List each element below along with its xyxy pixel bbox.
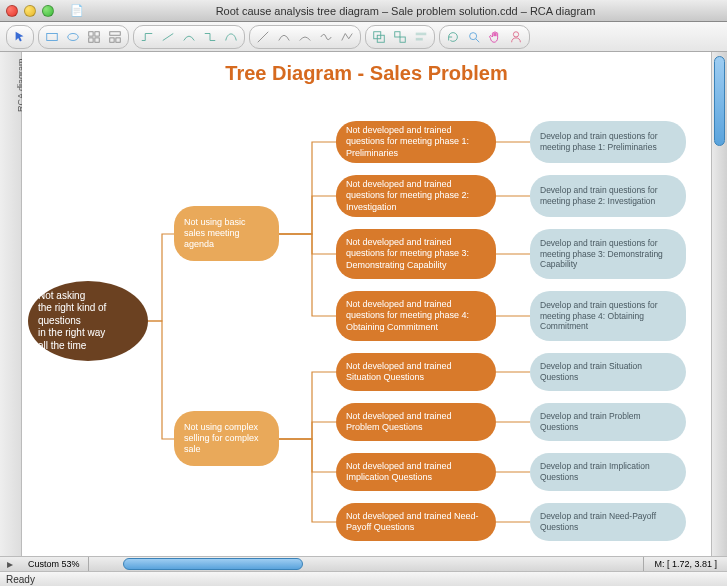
pointer-tool-icon[interactable] [11, 28, 29, 46]
svg-rect-5 [95, 37, 99, 41]
horizontal-scrollbar[interactable] [93, 558, 640, 570]
level4-node[interactable]: Develop and train Implication Questions [530, 453, 686, 491]
level3-node[interactable]: Not developed and trained Implication Qu… [336, 453, 496, 491]
cursor-coordinates: M: [ 1.72, 3.81 ] [643, 557, 727, 571]
svg-point-15 [470, 32, 477, 39]
level3-node[interactable]: Not developed and trained Need-Payoff Qu… [336, 503, 496, 541]
search-icon[interactable] [465, 28, 483, 46]
level3-node[interactable]: Not developed and trained Situation Ques… [336, 353, 496, 391]
level3-node[interactable]: Not developed and trained questions for … [336, 175, 496, 217]
level3-node[interactable]: Not developed and trained questions for … [336, 121, 496, 163]
svg-rect-12 [400, 37, 405, 42]
level4-node[interactable]: Develop and train Situation Questions [530, 353, 686, 391]
level4-node[interactable]: Develop and train Need-Payoff Questions [530, 503, 686, 541]
window-controls [6, 5, 54, 17]
svg-rect-4 [89, 37, 93, 41]
close-button[interactable] [6, 5, 18, 17]
svg-point-16 [513, 31, 518, 36]
level2-node[interactable]: Not using complex selling for complex sa… [174, 411, 279, 466]
scroll-thumb[interactable] [714, 56, 725, 146]
toolbar [0, 22, 727, 52]
connector-5-icon[interactable] [222, 28, 240, 46]
zoom-button[interactable] [42, 5, 54, 17]
minimize-button[interactable] [24, 5, 36, 17]
svg-rect-14 [416, 37, 423, 40]
level3-node[interactable]: Not developed and trained Problem Questi… [336, 403, 496, 441]
left-panel-tab[interactable]: RCA diagram [0, 52, 22, 556]
level4-node[interactable]: Develop and train Problem Questions [530, 403, 686, 441]
canvas[interactable]: Tree Diagram - Sales Problem Not asking … [22, 52, 711, 556]
arc-tool-icon[interactable] [296, 28, 314, 46]
ellipse-tool-icon[interactable] [64, 28, 82, 46]
align-icon[interactable] [412, 28, 430, 46]
level3-node[interactable]: Not developed and trained questions for … [336, 291, 496, 341]
svg-rect-2 [89, 31, 93, 35]
connector-2-icon[interactable] [159, 28, 177, 46]
svg-rect-6 [110, 31, 121, 35]
svg-rect-3 [95, 31, 99, 35]
svg-point-1 [68, 33, 79, 40]
page-title: Tree Diagram - Sales Problem [22, 52, 711, 91]
curve-tool-icon[interactable] [275, 28, 293, 46]
window-title: Root cause analysis tree diagram – Sale … [90, 5, 721, 17]
grid-tool-icon[interactable] [85, 28, 103, 46]
connector-4-icon[interactable] [201, 28, 219, 46]
bottom-bar: ▸ Custom 53% M: [ 1.72, 3.81 ] [0, 556, 727, 571]
level4-node[interactable]: Develop and train questions for meeting … [530, 229, 686, 279]
connector-3-icon[interactable] [180, 28, 198, 46]
svg-rect-7 [110, 37, 114, 41]
scroll-thumb[interactable] [123, 558, 303, 570]
level4-node[interactable]: Develop and train questions for meeting … [530, 291, 686, 341]
connector-1-icon[interactable] [138, 28, 156, 46]
hand-tool-icon[interactable] [486, 28, 504, 46]
tree-diagram: Not asking the right kind of questions i… [22, 91, 711, 571]
ungroup-icon[interactable] [391, 28, 409, 46]
rectangle-tool-icon[interactable] [43, 28, 61, 46]
zoom-selector[interactable]: Custom 53% [20, 557, 89, 571]
level2-node[interactable]: Not using basic sales meeting agenda [174, 206, 279, 261]
polyline-tool-icon[interactable] [338, 28, 356, 46]
svg-rect-8 [116, 37, 120, 41]
layout-tool-icon[interactable] [106, 28, 124, 46]
svg-rect-0 [47, 33, 58, 40]
line-tool-icon[interactable] [254, 28, 272, 46]
document-icon: 📄 [70, 4, 84, 17]
level3-node[interactable]: Not developed and trained questions for … [336, 229, 496, 279]
level4-node[interactable]: Develop and train questions for meeting … [530, 175, 686, 217]
spline-tool-icon[interactable] [317, 28, 335, 46]
user-icon[interactable] [507, 28, 525, 46]
svg-rect-13 [416, 32, 427, 35]
level4-node[interactable]: Develop and train questions for meeting … [530, 121, 686, 163]
vertical-scrollbar[interactable] [711, 52, 727, 556]
status-text: Ready [6, 574, 35, 585]
group-icon[interactable] [370, 28, 388, 46]
status-bar: Ready [0, 571, 727, 586]
root-node[interactable]: Not asking the right kind of questions i… [28, 281, 148, 361]
refresh-icon[interactable] [444, 28, 462, 46]
window-titlebar: 📄 Root cause analysis tree diagram – Sal… [0, 0, 727, 22]
svg-rect-11 [395, 31, 400, 36]
